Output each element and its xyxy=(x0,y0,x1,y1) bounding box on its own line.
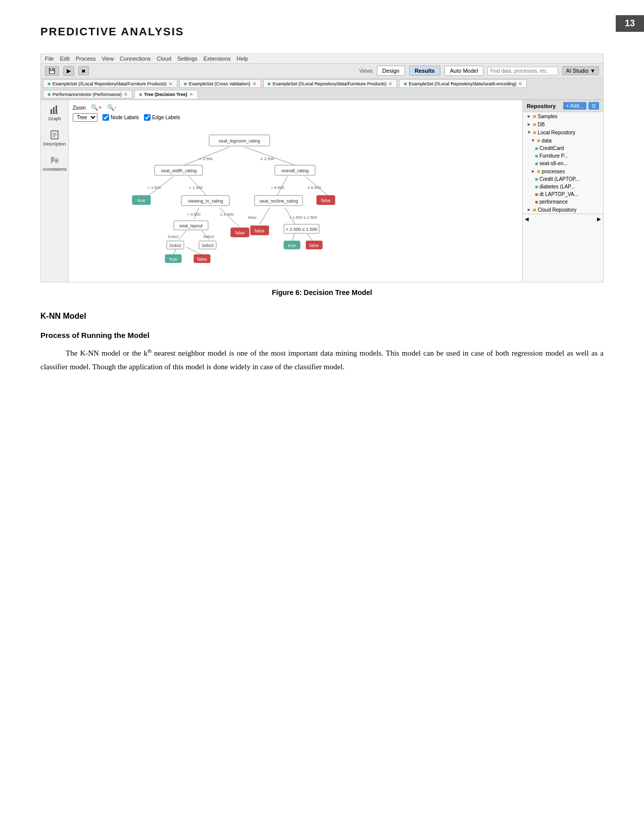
tree-type-select[interactable]: Tree xyxy=(73,113,97,122)
repo-item-seat[interactable]: ■ seat-s8-en... xyxy=(523,160,603,167)
processes-folder-icon: ■ xyxy=(537,168,540,174)
processes-expand: ► xyxy=(531,169,535,174)
annotations-label: Annotations xyxy=(42,167,67,172)
svg-text:2x4x2: 2x4x2 xyxy=(169,243,181,248)
tab-results[interactable]: Results xyxy=(409,66,440,76)
svg-text:false: false xyxy=(235,230,244,235)
repo-item-credit[interactable]: ■ Credit (LAPTOP... xyxy=(523,175,603,183)
local-folder-icon: ■ xyxy=(533,129,536,135)
repo-item-furniture[interactable]: ■ Furniture P... xyxy=(523,152,603,160)
svg-text:> 1.500: > 1.500 xyxy=(147,185,161,190)
samples-expand: ► xyxy=(527,114,531,119)
cloud-label: Cloud Repository xyxy=(538,207,577,213)
menu-extensions[interactable]: Extensions xyxy=(204,56,231,62)
db-expand: ► xyxy=(527,122,531,127)
menu-file[interactable]: File xyxy=(45,56,54,62)
menu-bar: File Edit Process View Connections Cloud… xyxy=(41,54,603,64)
tab-exampleset-2[interactable]: ■ ExampleSet (//Local Repository/data/Fu… xyxy=(263,79,398,88)
close-tab-3[interactable]: ✕ xyxy=(388,81,392,86)
close-tab-2[interactable]: ✕ xyxy=(253,81,257,86)
subsection-process-heading: Process of Running the Model xyxy=(40,331,604,339)
repo-item-samples[interactable]: ► ■ Samples xyxy=(523,112,603,120)
zoom-label: Zoom xyxy=(73,105,86,111)
node-labels-check[interactable] xyxy=(103,114,109,121)
svg-text:> 6.500: > 6.500 xyxy=(271,185,284,190)
tab-tree[interactable]: ■ Tree (Decision Tree) ✕ xyxy=(134,90,198,99)
tree-options-row: Tree Node Labels Edge Labels xyxy=(73,113,518,122)
search-input[interactable] xyxy=(487,67,558,75)
toolbar-stop-btn[interactable]: ■ xyxy=(78,66,89,75)
menu-process[interactable]: Process xyxy=(76,56,96,62)
repo-scroll-right[interactable]: ▶ xyxy=(597,216,601,222)
svg-line-23 xyxy=(260,208,270,224)
edge-labels-check[interactable] xyxy=(144,114,151,121)
tab-automodel[interactable]: Auto Model xyxy=(444,66,484,76)
repo-item-db[interactable]: ► ■ DB xyxy=(523,120,603,128)
repository-panel: Repository + Add... ☰ ► ■ Samples ► ■ DB xyxy=(522,100,603,282)
local-label: Local Repository xyxy=(538,130,575,135)
svg-text:true: true xyxy=(169,257,177,262)
svg-text:> 3.500: > 3.500 xyxy=(199,157,213,161)
tab-exampleset-1[interactable]: ■ ExampleSet (//Local Repository/data/Fu… xyxy=(43,79,177,88)
close-tab-1[interactable]: ✕ xyxy=(169,81,173,86)
sidebar-item-graph[interactable]: Graph xyxy=(48,104,61,121)
credit-label: Credit (LAPTOP... xyxy=(539,176,579,182)
repo-item-data[interactable]: ▼ ■ data xyxy=(523,136,603,144)
repo-scroll-left[interactable]: ◀ xyxy=(525,216,529,222)
menu-settings[interactable]: Settings xyxy=(177,56,197,62)
performance-label: performance xyxy=(539,199,568,205)
svg-text:false: false xyxy=(321,198,330,203)
svg-text:overall_rating: overall_rating xyxy=(281,168,309,173)
svg-text:2x4x2: 2x4x2 xyxy=(168,234,179,239)
repo-item-processes[interactable]: ► ■ processes xyxy=(523,167,603,175)
samples-folder-icon: ■ xyxy=(533,113,536,119)
zoom-in-btn[interactable]: 🔍+ xyxy=(91,104,102,111)
close-tab-5[interactable]: ✕ xyxy=(124,92,128,97)
svg-rect-0 xyxy=(51,109,52,114)
toolbar-save-btn[interactable]: 💾 xyxy=(45,66,59,76)
repo-item-local[interactable]: ▼ ■ Local Repository xyxy=(523,128,603,136)
dt-label: dt LAPTOP_VA... xyxy=(539,191,578,197)
sidebar-item-annotations[interactable]: Annotations xyxy=(42,155,67,172)
diabetes-label: diabetes (LAP... xyxy=(539,184,575,189)
figure-caption: Figure 6: Decision Tree Model xyxy=(40,288,604,297)
db-folder-icon: ■ xyxy=(533,121,536,127)
tab-performance[interactable]: ■ PerformanceVector (Performance) ✕ xyxy=(43,90,132,99)
views-label: Views xyxy=(359,68,373,74)
svg-line-16 xyxy=(244,147,295,165)
data-folder-icon: ■ xyxy=(537,137,540,143)
graph-label: Graph xyxy=(48,116,61,121)
annotations-icon xyxy=(49,155,60,166)
repo-item-performance[interactable]: ■ performance xyxy=(523,198,603,206)
repo-item-cloud[interactable]: ► ■ Cloud Repository xyxy=(523,206,603,214)
sidebar-item-description[interactable]: Description xyxy=(43,129,66,146)
repository-config-btn[interactable]: ☰ xyxy=(588,102,599,110)
ai-studio-btn[interactable]: AI Studio ▼ xyxy=(562,66,599,75)
edge-labels-checkbox[interactable]: Edge Labels xyxy=(144,114,180,121)
svg-text:≤ 3.500: ≤ 3.500 xyxy=(261,157,274,161)
svg-text:> 3.500: > 3.500 xyxy=(187,212,201,217)
menu-help[interactable]: Help xyxy=(237,56,249,62)
menu-connections[interactable]: Connections xyxy=(120,56,151,62)
close-tab-4[interactable]: ✕ xyxy=(518,81,522,86)
tab-crossval[interactable]: ■ ExampleSet (Cross Validation) ✕ xyxy=(179,79,261,88)
tab-design[interactable]: Design xyxy=(377,66,405,76)
menu-cloud[interactable]: Cloud xyxy=(157,56,171,62)
repo-item-creditcard[interactable]: ■ CreditCard xyxy=(523,144,603,152)
tab-exampleset-3[interactable]: ■ ExampleSet (//Local Repository/data/se… xyxy=(399,79,527,88)
repository-add-btn[interactable]: + Add... xyxy=(563,102,586,110)
svg-text:false: false xyxy=(248,215,257,220)
repo-item-diabetes[interactable]: ■ diabetes (LAP... xyxy=(523,183,603,190)
svg-text:seat_recline_rating: seat_recline_rating xyxy=(260,199,298,204)
repo-item-dt[interactable]: ■ dt LAPTOP_VA... xyxy=(523,190,603,198)
toolbar-back-btn[interactable]: ▶ xyxy=(63,66,74,76)
studio-tab-row: ■ ExampleSet (//Local Repository/data/Fu… xyxy=(41,78,603,100)
svg-text:false: false xyxy=(309,243,319,248)
menu-edit[interactable]: Edit xyxy=(60,56,70,62)
close-tab-6[interactable]: ✕ xyxy=(189,92,193,97)
svg-text:3x6x3: 3x6x3 xyxy=(202,243,214,248)
samples-label: Samples xyxy=(538,114,558,119)
menu-view[interactable]: View xyxy=(102,56,114,62)
node-labels-checkbox[interactable]: Node Labels xyxy=(103,114,139,121)
zoom-out-btn[interactable]: 🔍- xyxy=(107,104,117,111)
